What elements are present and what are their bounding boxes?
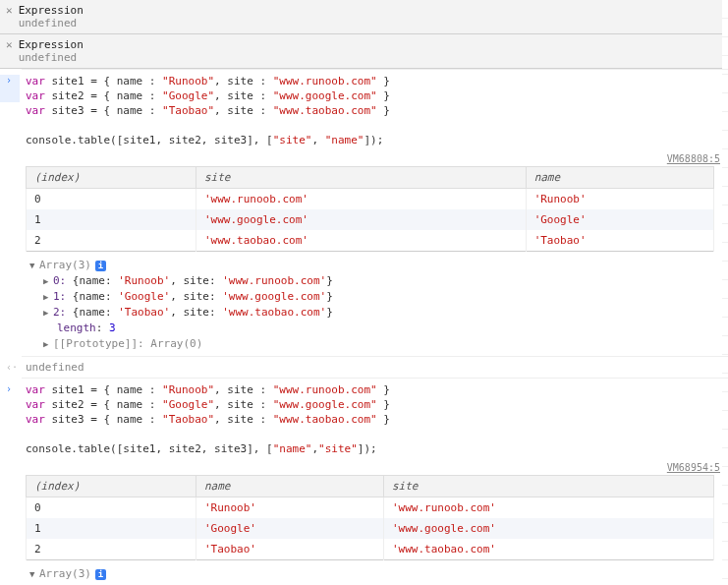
code-line: var site1 = { name : "Runoob", site : "w… (26, 74, 728, 88)
info-icon[interactable]: i (95, 569, 106, 580)
code-line: var site2 = { name : "Google", site : "w… (26, 88, 728, 103)
console-input-block[interactable]: › var site1 = { name : "Runoob", site : … (22, 378, 728, 585)
console-output-row: ‹· undefined (22, 356, 728, 378)
console-input-block[interactable]: › var site1 = { name : "Runoob", site : … (22, 69, 728, 356)
length-value: 3 (109, 322, 116, 334)
watch-expression-row[interactable]: ✕ Expression undefined (0, 0, 728, 34)
vm-source-link[interactable]: VM68808:5 (26, 153, 728, 164)
info-icon[interactable]: i (95, 261, 106, 271)
array-item[interactable]: ▶2: {name: 'Taobao', site: 'www.taobao.c… (43, 305, 728, 321)
object-tree[interactable]: ▼Array(3)i ▶0: {name: 'Runoob', site: 'w… (26, 258, 728, 352)
array-label: Array(3) (39, 259, 91, 271)
code-line: var site3 = { name : "Taobao", site : "w… (26, 412, 728, 427)
watch-expression-label: Expression (19, 38, 84, 51)
disclosure-right-icon[interactable]: ▶ (43, 273, 53, 289)
undefined-result: undefined (26, 361, 84, 374)
close-icon[interactable]: ✕ (6, 4, 13, 18)
watch-expression-value: undefined (19, 51, 84, 64)
table-header: (index) (27, 476, 196, 497)
table-row: 0'www.runoob.com''Runoob' (27, 189, 714, 210)
table-row: 1'www.google.com''Google' (27, 209, 714, 230)
table-header: site (196, 167, 526, 189)
disclosure-right-icon[interactable]: ▶ (43, 305, 53, 321)
console-table: (index) site name 0'www.runoob.com''Runo… (26, 166, 714, 252)
watch-expression-label: Expression (19, 4, 84, 17)
disclosure-down-icon[interactable]: ▼ (29, 566, 39, 582)
array-item[interactable]: ▶0: {name: 'Runoob', site: 'www.runoob.c… (43, 273, 728, 289)
object-tree[interactable]: ▼Array(3)i ▶0: {name: 'Runoob', site: 'w… (26, 566, 728, 585)
code-line: console.table([site1, site2, site3], ["n… (26, 441, 728, 456)
code-line: var site3 = { name : "Taobao", site : "w… (26, 103, 728, 118)
table-header: site (383, 476, 713, 497)
table-header: (index) (27, 167, 196, 189)
prototype-label: [[Prototype]]: Array(0) (53, 337, 202, 350)
code-line (26, 427, 728, 441)
code-line: var site1 = { name : "Runoob", site : "w… (26, 382, 728, 397)
close-icon[interactable]: ✕ (6, 38, 13, 52)
output-marker-icon: ‹· (6, 362, 18, 373)
code-line: var site2 = { name : "Google", site : "w… (26, 397, 728, 412)
watch-expression-row[interactable]: ✕ Expression undefined (0, 34, 728, 69)
array-item[interactable]: ▶1: {name: 'Google', site: 'www.google.c… (43, 289, 728, 305)
length-key: length (57, 322, 96, 334)
table-row: 0'Runoob''www.runoob.com' (27, 497, 714, 519)
input-marker-icon: › (6, 383, 12, 394)
vm-source-link[interactable]: VM68954:5 (26, 462, 728, 473)
input-marker-icon: › (6, 75, 12, 86)
disclosure-right-icon[interactable]: ▶ (43, 336, 53, 352)
table-row: 2'www.taobao.com''Taobao' (27, 230, 714, 252)
console-table: (index) name site 0'Runoob''www.runoob.c… (26, 475, 714, 560)
table-row: 2'Taobao''www.taobao.com' (27, 539, 714, 560)
table-row: 1'Google''www.google.com' (27, 518, 714, 539)
code-line: console.table([site1, site2, site3], ["s… (26, 133, 728, 147)
disclosure-right-icon[interactable]: ▶ (43, 289, 53, 305)
watch-expression-value: undefined (19, 17, 84, 29)
disclosure-down-icon[interactable]: ▼ (29, 258, 39, 273)
table-header: name (196, 476, 383, 497)
code-line (26, 118, 728, 133)
array-label: Array(3) (39, 567, 91, 580)
table-header: name (526, 167, 713, 189)
